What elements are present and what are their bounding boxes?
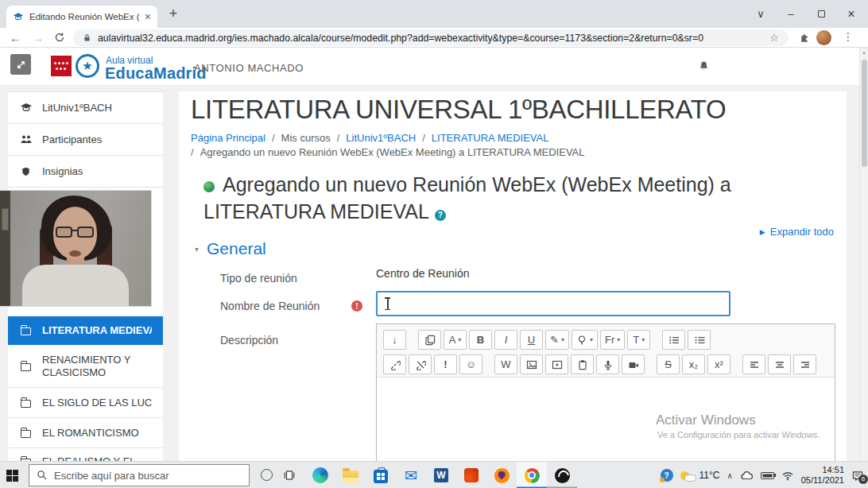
- taskbar-app-store[interactable]: [366, 462, 396, 488]
- paste-button[interactable]: [418, 330, 441, 350]
- breadcrumb-separator: /: [191, 145, 194, 160]
- educamadrid-logo[interactable]: ★: [76, 54, 99, 78]
- align-center-button[interactable]: [768, 354, 791, 374]
- bullet-list-button[interactable]: [662, 330, 685, 350]
- description-editor[interactable]: ↓ A▾ B I U ✎▾ ▾ Fr▾ T▾: [376, 323, 835, 461]
- tab-search-icon[interactable]: ∨: [746, 0, 776, 28]
- taskbar-app-file-explorer[interactable]: [335, 462, 366, 488]
- breadcrumb-home[interactable]: Página Principal: [191, 131, 265, 145]
- mail-icon: ✉: [405, 468, 417, 483]
- notifications-bell-icon[interactable]: [698, 60, 710, 72]
- scrollbar-up-arrow-icon[interactable]: ▲: [860, 50, 868, 55]
- battery-icon[interactable]: [761, 472, 774, 479]
- folder-icon: [19, 361, 33, 371]
- support-help-icon[interactable]: ?: [661, 469, 673, 482]
- prevent-autolink-button[interactable]: !: [434, 354, 457, 374]
- sidebar-item-renacimiento[interactable]: RENACIMIENTO Y CLASICISMO: [8, 345, 163, 388]
- media-icon: [552, 359, 563, 370]
- breadcrumb-course[interactable]: LitUniv1ºBACH: [346, 131, 416, 145]
- expand-all-link[interactable]: ▶ Expandir todo: [760, 226, 834, 238]
- sidebar-item-romanticismo[interactable]: EL ROMANTICISMO: [8, 418, 163, 448]
- breadcrumb: Página Principal / Mis cursos / LitUniv1…: [191, 131, 843, 160]
- lightbulb-button[interactable]: ▾: [572, 330, 598, 350]
- fullscreen-button[interactable]: [10, 54, 31, 75]
- sidebar-item-insignias[interactable]: Insignias: [8, 156, 163, 188]
- bookmark-star-icon[interactable]: ☆: [769, 32, 779, 44]
- task-view-icon[interactable]: [283, 469, 296, 482]
- ordered-list-button[interactable]: [688, 330, 711, 350]
- taskbar-search-input[interactable]: [54, 470, 242, 482]
- insert-media-button[interactable]: [545, 354, 568, 374]
- browser-profile-avatar[interactable]: [816, 30, 831, 45]
- browser-tab[interactable]: Editando Reunión WebEx (WebE ×: [6, 6, 157, 28]
- taskbar-app-obs[interactable]: [547, 462, 577, 488]
- sidebar-item-siglo-luces[interactable]: EL SIGLO DE LAS LUCES: [8, 388, 163, 418]
- wifi-icon[interactable]: [781, 470, 794, 481]
- record-video-button[interactable]: [622, 354, 645, 374]
- bold-button[interactable]: B: [469, 330, 492, 350]
- editor-content-area[interactable]: [377, 378, 835, 461]
- folder-icon: [19, 397, 33, 408]
- align-right-button[interactable]: [793, 354, 816, 374]
- address-bar[interactable]: aulavirtual32.educa.madrid.org/ies.macha…: [73, 29, 789, 46]
- browser-menu-icon[interactable]: ⋮: [843, 30, 854, 43]
- graduation-cap-icon: [19, 103, 33, 113]
- sidebar-item-literatura-medieval[interactable]: LITERATURA MEDIEVAL: [8, 316, 163, 345]
- taskbar-app-word[interactable]: W: [426, 462, 456, 488]
- taskbar-app-edge[interactable]: [305, 462, 335, 488]
- back-icon[interactable]: ←: [10, 28, 21, 47]
- close-window-button[interactable]: ×: [836, 0, 866, 28]
- page-scrollbar[interactable]: ▲: [859, 48, 868, 461]
- unlink-button[interactable]: [409, 354, 432, 374]
- weather-widget[interactable]: 11°C: [680, 470, 720, 482]
- superscript-button[interactable]: x²: [707, 354, 730, 374]
- emoticon-button[interactable]: ☺: [459, 354, 482, 374]
- start-button[interactable]: [6, 470, 18, 482]
- dropdown-caret-icon: ▾: [641, 336, 645, 343]
- meeting-name-input[interactable]: [376, 291, 730, 316]
- restore-button[interactable]: [806, 0, 836, 28]
- text-size-button[interactable]: T▾: [627, 330, 650, 350]
- section-general-header[interactable]: ▾ General: [195, 239, 266, 258]
- marker-button[interactable]: ✎▾: [545, 330, 569, 350]
- help-icon[interactable]: ?: [435, 210, 446, 221]
- taskbar-search-box[interactable]: [29, 464, 250, 486]
- extensions-puzzle-icon[interactable]: [798, 28, 810, 47]
- taskbar-app-mail[interactable]: ✉: [396, 462, 426, 488]
- notification-count-badge: 6: [858, 474, 868, 484]
- taskbar-app-chrome[interactable]: [517, 462, 547, 488]
- subscript-button[interactable]: x₂: [682, 354, 705, 374]
- sidebar-item-participantes[interactable]: Participantes: [8, 124, 163, 156]
- sidebar-item-realismo[interactable]: EL REALISMO Y EL: [8, 448, 163, 461]
- minimize-button[interactable]: –: [776, 0, 806, 28]
- insert-image-button[interactable]: [520, 354, 543, 374]
- italic-button[interactable]: I: [494, 330, 517, 350]
- webex-activity-icon: [203, 181, 215, 192]
- link-button[interactable]: [383, 354, 406, 374]
- sidebar-item-course[interactable]: LitUniv1ºBACH: [8, 92, 163, 124]
- font-family-button[interactable]: Fr▾: [600, 330, 625, 350]
- breadcrumb-section[interactable]: LITERATURA MEDIEVAL: [432, 131, 549, 145]
- brand-name[interactable]: EducaMadrid: [105, 64, 207, 83]
- new-tab-button[interactable]: +: [164, 6, 183, 22]
- tab-close-icon[interactable]: ×: [145, 11, 151, 22]
- underline-button[interactable]: U: [520, 330, 543, 350]
- align-left-button[interactable]: [742, 354, 765, 374]
- reload-icon[interactable]: [54, 28, 65, 47]
- taskbar-app-office[interactable]: [456, 462, 486, 488]
- action-center-icon[interactable]: 6: [851, 470, 864, 482]
- cortana-icon[interactable]: [261, 469, 273, 481]
- clipboard-button[interactable]: [571, 354, 594, 374]
- clock-date: 05/11/2021: [801, 475, 844, 486]
- collapse-toolbar-button[interactable]: ↓: [383, 330, 406, 350]
- onedrive-cloud-icon[interactable]: [740, 470, 754, 481]
- tray-chevron-up-icon[interactable]: ∧: [727, 471, 732, 480]
- url-text[interactable]: aulavirtual32.educa.madrid.org/ies.macha…: [98, 33, 763, 44]
- taskbar-clock[interactable]: 14:51 05/11/2021: [801, 465, 844, 486]
- font-color-button[interactable]: A▾: [444, 330, 467, 350]
- record-audio-button[interactable]: [596, 354, 619, 374]
- word-import-button[interactable]: W: [494, 354, 517, 374]
- scrollbar-thumb[interactable]: [862, 60, 867, 167]
- taskbar-app-avast[interactable]: [486, 462, 517, 488]
- strikethrough-button[interactable]: S: [657, 354, 680, 374]
